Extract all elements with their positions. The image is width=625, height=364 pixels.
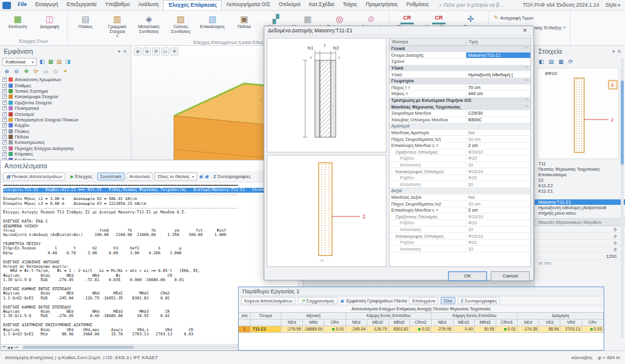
property-row[interactable]: Πάχος Σκυροδέματος tc1 10 cm xyxy=(389,136,530,143)
always-graphs-label[interactable]: Εμφάνιση Γραφημάτων Πάντα xyxy=(346,298,406,304)
visibility-checkbox[interactable] xyxy=(2,101,7,105)
close-icon[interactable]: ✕ xyxy=(617,49,621,54)
property-row[interactable]: Μανδύας Αριστερά Ναι xyxy=(389,130,530,137)
property-row[interactable]: Επικάλυψη Μανδύα c = 2 cm xyxy=(389,143,530,149)
property-row[interactable]: Πάχος Σκυροδέματος tc2 10 cm xyxy=(389,201,530,207)
property-value[interactable]: 440 cm xyxy=(466,91,530,96)
property-row[interactable]: Πάχος t = 70 cm xyxy=(389,85,530,91)
property-row[interactable]: Ράβδοι Φ10 xyxy=(389,175,530,182)
element-property-value[interactable]: στήριξη μόνο κάτω xyxy=(535,210,625,216)
element-property-value[interactable]: T11 xyxy=(535,161,625,166)
all-toggle[interactable]: Όλα xyxy=(441,297,455,304)
view-tool-icon[interactable]: ▭ xyxy=(42,68,50,76)
property-row[interactable]: Απόσταση 10 xyxy=(389,162,530,169)
inertia-value[interactable]: 0 xyxy=(535,226,625,233)
inertia-value[interactable]: 1200 xyxy=(535,253,625,260)
property-row[interactable]: Μανδύας Δεξιά Ναι xyxy=(389,194,530,201)
visibility-checkbox[interactable] xyxy=(2,135,7,139)
menu-tab[interactable]: Επεξεργασία xyxy=(62,0,101,10)
property-value[interactable]: Φ10 xyxy=(466,175,530,180)
viewport-tool-icon[interactable]: ▭ xyxy=(161,48,169,55)
element-property-value[interactable]: Masonry:T11-Σ1 xyxy=(535,199,625,205)
viewport-tool-icon[interactable]: ✛ xyxy=(170,48,178,55)
tree-item[interactable]: Πέδιλα xyxy=(1,134,129,140)
tree-item[interactable]: Κατακόρυφα Στοιχεία xyxy=(1,94,129,99)
view-tool-icon[interactable]: ⟳ xyxy=(32,68,40,76)
property-row[interactable]: Οριζόντιος Οπλισμός Φ10/10 xyxy=(389,213,530,220)
inertia-value[interactable]: 0 xyxy=(535,246,625,253)
property-value[interactable]: Ναι xyxy=(466,130,530,135)
inertia-value[interactable]: 0 xyxy=(535,240,625,246)
pin-icon[interactable]: ▾ xyxy=(118,49,120,54)
menu-tab[interactable]: Οπλισμοί xyxy=(275,0,305,10)
property-value[interactable]: 2 cm xyxy=(466,207,530,213)
pin-icon[interactable]: ▾ xyxy=(612,49,615,54)
property-row[interactable]: Χάλυβας Οπλισμού Μανδύα B500C xyxy=(389,117,530,124)
property-value[interactable]: 10 cm xyxy=(466,137,530,142)
menu-tab[interactable]: Έλεγχος Επάρκειας xyxy=(163,0,222,10)
property-row[interactable]: Τρίστρωτη με Εσωτερικό Πυρήνα Ο/Σ xyxy=(389,98,530,104)
dialog-titlebar[interactable]: Δεδομένα Διατομής Masonry:T11-Σ1 ✕ xyxy=(264,26,533,35)
ok-button[interactable]: OK xyxy=(448,271,487,281)
ribbon-button[interactable]: ▨ Ξύλινες Συνδέσεις xyxy=(165,12,197,35)
property-value[interactable]: Ημιλαξευτή λιθοδομή ( xyxy=(466,72,530,77)
property-value[interactable]: 70 cm xyxy=(466,85,530,90)
positions-dropdown[interactable]: Όλες οι Θέσεις xyxy=(154,173,197,180)
elements-tool-icon[interactable]: ◧ xyxy=(537,58,546,66)
ribbon-button[interactable]: ◈ Μεταλλικές Συνδέσεις xyxy=(133,12,165,35)
tree-item[interactable]: Απεικόνιση Χρωμάτων xyxy=(1,77,129,82)
visibility-checkbox[interactable] xyxy=(2,77,7,82)
display-scope-dropdown[interactable]: Καθολικά xyxy=(2,58,37,66)
tree-item[interactable]: Οριζόντια Στοιχεία xyxy=(1,100,129,105)
property-value[interactable]: B500C xyxy=(466,117,530,123)
tell-me-search[interactable]: Πείτε μου τι μπορώ να β... xyxy=(439,0,504,10)
visibility-checkbox[interactable] xyxy=(2,152,7,156)
tree-item[interactable]: Περιοχές Ελέγχου Διάτρησης xyxy=(1,146,129,151)
close-icon[interactable]: ✕ xyxy=(123,49,127,54)
view-tool-icon[interactable]: ⊖ xyxy=(12,68,21,76)
menu-tab[interactable]: Ρυθμίσεις xyxy=(402,0,433,10)
property-row[interactable]: Ράβδοι Φ10 xyxy=(389,240,530,246)
last-page-icon[interactable]: ⏭ xyxy=(15,345,18,349)
style-menu[interactable]: Style xyxy=(605,2,620,10)
elements-tool-icon[interactable]: ▦ xyxy=(557,58,565,66)
element-property-value[interactable]: Επισκευάσιμο xyxy=(535,172,625,177)
menu-tab[interactable]: Κατ.Σχέδια xyxy=(305,0,338,10)
ribbon-button[interactable]: ▧ Επικαλύψεις xyxy=(197,12,228,30)
prev-page-icon[interactable]: ◀ xyxy=(7,345,10,349)
inertia-value[interactable]: 0 xyxy=(535,233,625,240)
menu-tab[interactable]: Τοίχος xyxy=(338,0,361,10)
property-row[interactable]: Αριστερά xyxy=(389,123,530,130)
next-page-icon[interactable]: ▶ xyxy=(11,345,14,349)
tree-item[interactable]: Στάθμες xyxy=(1,82,129,88)
results-table-row[interactable]: 1 T11-Σ2 -276.95 -18689.00 0.01 -245.04 … xyxy=(239,326,604,333)
viewport-tool-icon[interactable]: ⊕ xyxy=(134,48,142,55)
property-value[interactable]: Φ10/10 xyxy=(466,234,530,239)
ribbon-button[interactable]: ◫ Διαγραφή xyxy=(34,12,65,30)
menu-tab[interactable]: Ανάλυση xyxy=(134,0,163,10)
property-value[interactable]: Ναι xyxy=(466,194,530,200)
sync-button[interactable]: Συγχρονισμός xyxy=(298,297,338,304)
property-row[interactable]: Απόσταση 10 xyxy=(389,246,530,252)
property-value[interactable]: Φ10 xyxy=(466,220,530,226)
tree-item[interactable]: Πλασματικά xyxy=(1,105,129,111)
property-row[interactable]: Ράβδοι Φ10 xyxy=(389,220,530,227)
visibility-checkbox[interactable] xyxy=(2,106,7,110)
elements-tool-icon[interactable]: ▤ xyxy=(547,58,555,66)
abbreviations-button[interactable]: Συντομογραφίες xyxy=(458,297,500,304)
elements-scrollbar[interactable] xyxy=(621,58,624,338)
tree-item[interactable]: Κόμβοι xyxy=(1,123,129,128)
cancel-button[interactable]: Cancel xyxy=(491,271,530,281)
ribbon-side-button[interactable]: ✎ Αναγραφή Τιμών xyxy=(491,13,568,22)
viewport-tool-icon[interactable]: ⟳ xyxy=(152,48,160,55)
property-value[interactable]: 10 cm xyxy=(466,201,530,207)
property-value[interactable]: Φ10/10 xyxy=(466,169,530,174)
property-value[interactable]: Φ10/10 xyxy=(466,214,530,219)
property-row[interactable]: Σχόλιο xyxy=(389,59,530,65)
property-row[interactable]: Απόσταση 10 xyxy=(389,181,530,188)
tree-item[interactable]: Πεπερασμένα Στοιχεία Πλακών xyxy=(1,117,129,123)
selected-toggle[interactable]: Επιλεγμένα xyxy=(409,297,438,304)
viewport-tool-icon[interactable]: ⊖ xyxy=(143,48,151,55)
property-value[interactable]: 10 xyxy=(466,182,530,187)
property-row[interactable]: Σκυρόδεμα Μανδύα C25/30 xyxy=(389,110,530,117)
